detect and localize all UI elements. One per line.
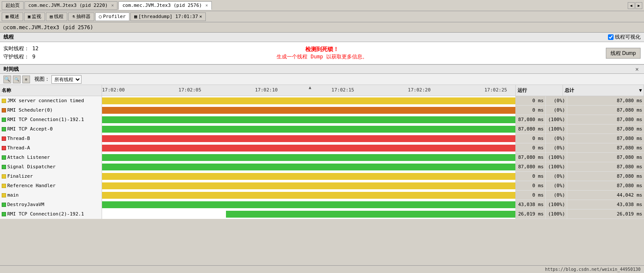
thread-total-value: 26,019 ms xyxy=(567,209,644,219)
thread-bars-cell xyxy=(102,115,515,124)
time-tick-170210: 17:02:10 xyxy=(255,87,278,93)
main-layout: 起始页com.mec.JVM.Jtex3 (pid 2220)×com.mec.… xyxy=(0,0,644,273)
thread-name-label: Thread-A xyxy=(7,145,30,151)
name-col-header: 名称 xyxy=(0,85,102,96)
thread-total-value: 43,038 ms xyxy=(567,200,644,209)
thread-visible-checkbox[interactable] xyxy=(608,34,614,40)
realtime-label: 实时线程： xyxy=(3,46,29,52)
tab-close-jtex3-2220[interactable]: × xyxy=(111,3,114,8)
tool-icon-threads: ▤ xyxy=(50,14,53,19)
tool-tab-profiler[interactable]: ○Profiler xyxy=(95,12,130,21)
thread-row: Thread-A0 ms(0%)87,080 ms xyxy=(0,143,644,153)
thread-color-box xyxy=(2,136,6,141)
thread-name-cell: Thread-B xyxy=(0,134,102,143)
deadlock-title: 检测到死锁！ xyxy=(277,46,367,53)
thread-row: main0 ms(0%)44,042 ms xyxy=(0,191,644,200)
thread-bars-cell xyxy=(102,106,515,115)
tool-tab-threads[interactable]: ▤线程 xyxy=(46,12,67,21)
thread-bar xyxy=(102,97,515,104)
thread-name-cell: DestroyJavaVM xyxy=(0,200,102,209)
top-tab-start[interactable]: 起始页 xyxy=(2,1,24,10)
thread-run-pct: (100%) xyxy=(546,124,567,134)
zoom-in-button[interactable]: 🔍 xyxy=(3,76,11,83)
top-tab-jtex3-2220[interactable]: com.mec.JVM.Jtex3 (pid 2220)× xyxy=(24,1,117,10)
thread-bars-cell xyxy=(102,200,515,209)
thread-row: RMI TCP Accept-087,080 ms(100%)87,080 ms xyxy=(0,124,644,134)
timeline-close-button[interactable]: × xyxy=(634,66,641,73)
thread-stats-cells: 0 ms(0%)87,080 ms xyxy=(515,181,644,191)
nav-right-arrow[interactable]: ▶ xyxy=(635,2,642,9)
thread-total-value: 87,080 ms xyxy=(567,124,644,134)
tool-tab-threaddump[interactable]: ▦[threaddump] 17:01:37× xyxy=(130,12,206,21)
zoom-out-button[interactable]: 🔍 xyxy=(13,76,21,83)
thread-total-value: 44,042 ms xyxy=(567,191,644,200)
run-col-header: 运行 xyxy=(516,85,563,96)
thread-color-box xyxy=(2,212,6,216)
time-tick-170225: 17:02:25 xyxy=(485,87,507,93)
tool-tab-overview[interactable]: ▦概述 xyxy=(2,12,23,21)
thread-bar xyxy=(102,182,515,189)
thread-name-cell: main xyxy=(0,191,102,200)
thread-bars-cell xyxy=(102,209,515,219)
thread-color-box xyxy=(2,127,6,131)
status-bar: https://blog.csdn.net/weixin_44950130 xyxy=(0,265,644,273)
thread-run-pct: (100%) xyxy=(546,162,567,172)
thread-run-pct: (100%) xyxy=(546,209,567,219)
thread-color-box xyxy=(2,118,6,122)
timeline-toolbar: 🔍 🔍 ⊙ 视图： 所有线程 xyxy=(0,74,644,85)
thread-run-pct: (0%) xyxy=(546,143,567,153)
zoom-reset-button[interactable]: ⊙ xyxy=(22,76,30,83)
tool-close-threaddump[interactable]: × xyxy=(199,14,202,19)
sort-icon[interactable]: ▼ xyxy=(639,88,642,93)
daemon-label: 守护线程： xyxy=(3,54,29,60)
thread-stats-area: 实时线程： 12 守护线程： 9 检测到死锁！ 生成一个线程 Dump 以获取更… xyxy=(0,42,644,64)
thread-stats-cells: 87,080 ms(100%)87,080 ms xyxy=(515,115,644,124)
tool-tab-monitor[interactable]: ▣监视 xyxy=(24,12,45,21)
thread-bars-cell xyxy=(102,124,515,134)
thread-total-value: 87,080 ms xyxy=(567,143,644,153)
thread-bar xyxy=(102,126,515,133)
tab-close-jtex3-2576[interactable]: × xyxy=(205,3,208,8)
tool-tab-sampler[interactable]: ⚗抽样器 xyxy=(68,12,94,21)
thread-visible-checkbox-label[interactable]: 线程可视化 xyxy=(608,33,641,41)
thread-color-box xyxy=(2,155,6,160)
thread-bars-cell xyxy=(102,134,515,143)
thread-bar xyxy=(102,135,515,142)
thread-color-box xyxy=(2,108,6,112)
thread-bars-cell xyxy=(102,162,515,172)
thread-bar xyxy=(102,116,515,123)
thread-total-value: 87,080 ms xyxy=(567,153,644,162)
thread-stats-cells: 0 ms(0%)87,080 ms xyxy=(515,134,644,143)
thread-name-cell: Attach Listener xyxy=(0,153,102,162)
thread-row: DestroyJavaVM43,038 ms(100%)43,038 ms xyxy=(0,200,644,209)
thread-run-value: 0 ms xyxy=(516,143,546,153)
tab-label-jtex3-2576: com.mec.JVM.Jtex3 (pid 2576) xyxy=(122,3,202,8)
tool-label-sampler: 抽样器 xyxy=(76,13,90,20)
thread-run-value: 0 ms xyxy=(516,191,546,200)
thread-dump-button[interactable]: 线程 Dump xyxy=(606,48,641,58)
thread-name-label: Attach Listener xyxy=(7,155,50,160)
top-tab-jtex3-2576[interactable]: com.mec.JVM.Jtex3 (pid 2576)× xyxy=(118,1,211,10)
thread-stats-cells: 87,080 ms(100%)87,080 ms xyxy=(515,162,644,172)
process-name: com.mec.JVM.Jtex3 (pid 2576) xyxy=(6,24,93,30)
thread-color-box xyxy=(2,99,6,103)
thread-color-box xyxy=(2,165,6,169)
thread-name-label: Signal Dispatcher xyxy=(7,164,56,170)
thread-section-title: 线程 xyxy=(3,33,14,41)
thread-run-value: 0 ms xyxy=(516,181,546,191)
thread-name-cell: RMI TCP Connection(2)-192.1 xyxy=(0,209,102,219)
tool-icon-overview: ▦ xyxy=(6,14,9,19)
view-select[interactable]: 所有线程 xyxy=(51,75,81,84)
nav-left-arrow[interactable]: ◀ xyxy=(628,2,635,9)
thread-run-pct: (0%) xyxy=(546,181,567,191)
time-tick-170205: 17:02:05 xyxy=(178,87,201,93)
thread-name-label: JMX server connection timed xyxy=(7,98,84,103)
thread-bar xyxy=(102,192,515,199)
thread-name-cell: Finalizer xyxy=(0,172,102,181)
time-tick-170220: 17:02:20 xyxy=(408,87,430,93)
daemon-value: 9 xyxy=(32,54,35,60)
thread-bars-cell xyxy=(102,181,515,191)
thread-name-cell: JMX server connection timed xyxy=(0,96,102,106)
thread-bar xyxy=(102,154,515,161)
thread-section-header: 线程 线程可视化 xyxy=(0,33,644,42)
